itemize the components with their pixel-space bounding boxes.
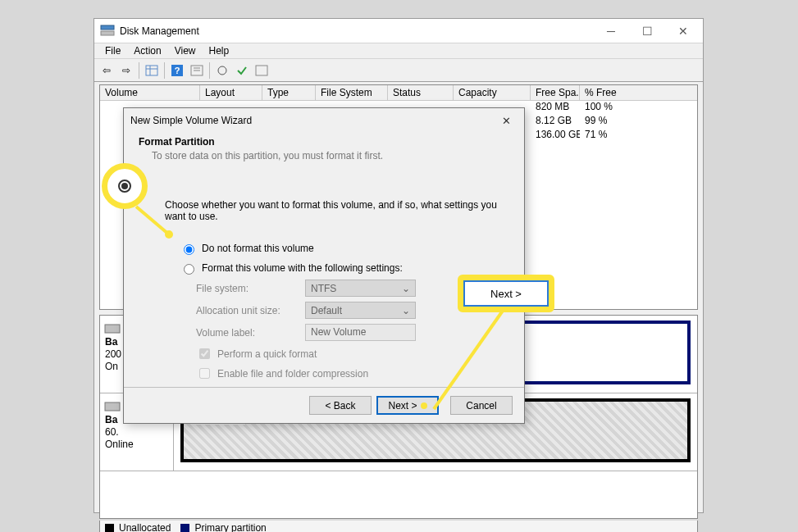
next-button[interactable]: Next >: [376, 396, 439, 415]
menu-view[interactable]: View: [169, 44, 202, 57]
svg-point-10: [218, 66, 226, 75]
col-capacity[interactable]: Capacity: [454, 85, 531, 100]
cancel-button[interactable]: Cancel: [450, 396, 513, 415]
refresh-icon[interactable]: [213, 61, 231, 80]
compression-checkbox: [199, 368, 210, 379]
svg-text:?: ?: [175, 66, 180, 75]
col-status[interactable]: Status: [388, 85, 454, 100]
table-icon[interactable]: [143, 61, 161, 80]
maximize-button[interactable]: ☐: [629, 20, 665, 43]
filesystem-label: File system:: [196, 283, 305, 294]
window-title: Disk Management: [120, 25, 199, 37]
svg-rect-11: [256, 66, 267, 75]
wizard-close-button[interactable]: ✕: [495, 110, 518, 131]
menubar: File Action View Help: [94, 43, 703, 59]
titlebar: Disk Management ─ ☐ ✕: [94, 19, 703, 43]
wizard-choose-text: Choose whether you want to format this v…: [165, 199, 509, 222]
col-free[interactable]: Free Spa...: [531, 85, 580, 100]
properties-icon[interactable]: [188, 61, 206, 80]
svg-rect-0: [101, 25, 114, 30]
legend-primary-swatch: [180, 524, 189, 533]
close-button[interactable]: ✕: [665, 20, 701, 43]
wizard-heading: Format Partition: [139, 136, 509, 148]
svg-rect-1: [101, 31, 114, 35]
back-icon[interactable]: ⇦: [98, 61, 116, 80]
minimize-button[interactable]: ─: [593, 20, 629, 43]
allocation-unit-label: Allocation unit size:: [196, 305, 305, 316]
help-icon[interactable]: ?: [168, 61, 186, 80]
col-type[interactable]: Type: [262, 85, 316, 100]
back-button[interactable]: < Back: [309, 396, 372, 415]
wizard-title: New Simple Volume Wizard: [130, 115, 252, 126]
volume-label-input: New Volume: [305, 324, 416, 341]
svg-rect-2: [146, 66, 157, 75]
volume-label-label: Volume label:: [196, 327, 305, 339]
menu-file[interactable]: File: [99, 44, 126, 57]
settings-icon[interactable]: [253, 61, 271, 80]
col-layout[interactable]: Layout: [200, 85, 262, 100]
col-pctfree[interactable]: % Free: [580, 85, 655, 100]
forward-icon[interactable]: ⇨: [117, 61, 135, 80]
svg-rect-13: [105, 402, 120, 411]
new-simple-volume-wizard: New Simple Volume Wizard ✕ Format Partit…: [123, 107, 525, 424]
disk-icon: [105, 402, 120, 411]
chevron-down-icon: ⌄: [402, 305, 410, 316]
volume-list-header: Volume Layout Type File System Status Ca…: [100, 85, 697, 101]
svg-rect-12: [105, 325, 120, 333]
chevron-down-icon: ⌄: [402, 283, 410, 294]
legend-primary: Primary partition: [194, 522, 266, 532]
col-fs[interactable]: File System: [316, 85, 388, 100]
allocation-unit-select: Default⌄: [305, 302, 416, 319]
highlight-dot: [421, 402, 427, 409]
callout-radio-highlight: [102, 163, 148, 209]
wizard-subheading: To store data on this partition, you mus…: [152, 150, 509, 161]
compression-label: Enable file and folder compression: [217, 368, 368, 380]
legend-unallocated: Unallocated: [119, 522, 171, 532]
radio-format-with-settings[interactable]: [184, 264, 194, 275]
menu-action[interactable]: Action: [128, 44, 166, 57]
check-icon[interactable]: [233, 61, 251, 80]
quick-format-checkbox: [199, 348, 210, 359]
radio-do-not-format[interactable]: [184, 244, 194, 255]
radio-do-not-format-label: Do not format this volume: [202, 243, 314, 254]
legend-unallocated-swatch: [105, 524, 114, 533]
app-icon: [101, 25, 114, 37]
filesystem-select: NTFS⌄: [305, 280, 416, 297]
callout-next-highlight: Next >: [458, 275, 554, 312]
radio-format-label: Format this volume with the following se…: [202, 262, 403, 274]
quick-format-label: Perform a quick format: [217, 348, 317, 360]
disk-icon: [105, 325, 120, 333]
callout-next-label: Next >: [463, 280, 549, 307]
menu-help[interactable]: Help: [203, 44, 235, 57]
toolbar: ⇦ ⇨ ?: [94, 59, 703, 82]
col-volume[interactable]: Volume: [100, 85, 200, 100]
legend: Unallocated Primary partition: [99, 521, 698, 532]
